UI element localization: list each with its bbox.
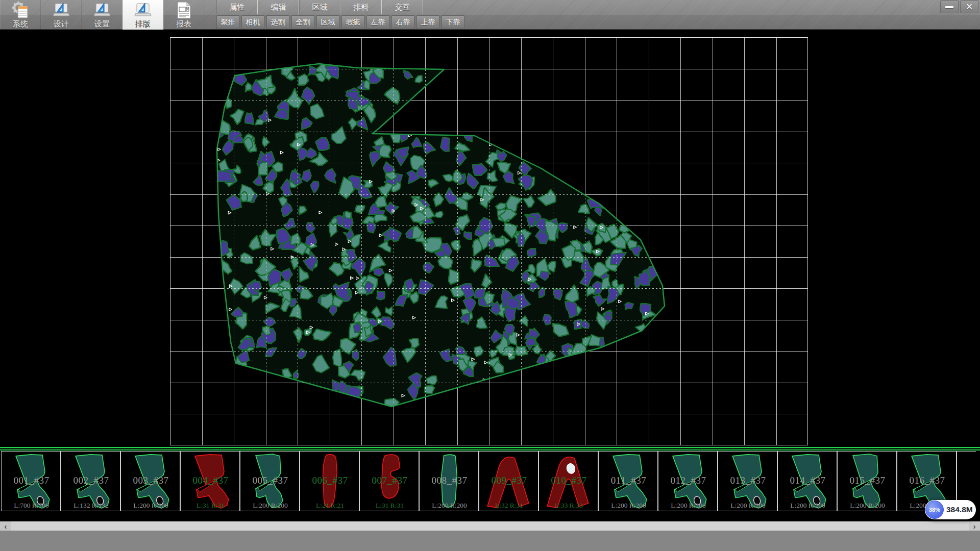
- settings-ruler-icon: [93, 1, 111, 19]
- nesting-canvas[interactable]: [170, 37, 808, 445]
- status-bar: [0, 531, 980, 551]
- menu-interaction[interactable]: 交互: [382, 0, 423, 14]
- system-gear-icon: [11, 1, 30, 19]
- tool-cut-all[interactable]: 全割: [291, 15, 314, 29]
- piece-lr-count: L:200 R:200: [420, 502, 479, 510]
- piece-lr-count: L:200 R:200: [658, 502, 718, 510]
- top-toolbar: 系统 设计 设置: [0, 0, 980, 30]
- tool-align-top[interactable]: 上靠: [416, 15, 439, 29]
- piece-name: 002_#37: [61, 475, 120, 486]
- minimize-icon: [945, 6, 953, 8]
- piece-name: 007_#37: [360, 475, 419, 486]
- thumbnail-cell[interactable]: 007_#37L:31 R:31: [359, 451, 419, 511]
- piece-name: 004_#37: [181, 475, 240, 486]
- thumbnail-cell[interactable]: 005_#37L:200 R:200: [240, 451, 300, 511]
- thumbnail-cell[interactable]: 015_#37L:200 R:200: [837, 451, 897, 511]
- piece-name: 014_#37: [778, 475, 837, 486]
- nesting-ruler-icon: [134, 1, 152, 19]
- piece-lr-count: L:200 R:200: [240, 502, 300, 510]
- tool-camera[interactable]: 相机: [241, 15, 264, 29]
- progress-circle: 38%: [925, 500, 944, 519]
- menu-edit[interactable]: 编辑: [258, 0, 299, 14]
- piece-lr-count: L:21 R:21: [300, 502, 359, 510]
- menu-bar: 属性 编辑 区域 排料 交互: [216, 0, 423, 14]
- piece-lr-count: L:200 R:200: [121, 502, 180, 510]
- piece-name: 008_#37: [420, 475, 479, 486]
- piece-lr-count: L:200 R:200: [778, 502, 837, 510]
- report-document-icon: [175, 1, 193, 19]
- tool-cluster-nest[interactable]: 聚排: [216, 15, 239, 29]
- piece-name: 0: [957, 475, 976, 486]
- piece-name: 016_#37: [897, 475, 957, 486]
- thumbnail-cell[interactable]: 009_#37L:32 R:31: [479, 451, 538, 511]
- module-label: 系统: [13, 19, 28, 29]
- tool-align-left[interactable]: 左靠: [366, 15, 389, 29]
- module-label: 设计: [54, 19, 69, 29]
- piece-name: 006_#37: [300, 475, 359, 486]
- minimize-button[interactable]: [940, 1, 959, 13]
- thumbnail-cell[interactable]: 004_#37L:31 R:31: [180, 451, 240, 511]
- piece-name: 005_#37: [240, 475, 300, 486]
- tool-select-cut[interactable]: 选割: [266, 15, 289, 29]
- piece-name: 009_#37: [479, 475, 538, 486]
- module-tab-settings[interactable]: 设置: [82, 0, 122, 30]
- piece-name: 001_#37: [2, 475, 61, 486]
- thumbnail-cell[interactable]: 006_#37L:21 R:21: [300, 451, 359, 511]
- module-tabs: 系统 设计 设置: [0, 0, 204, 30]
- piece-lr-count: L:31 R:31: [360, 502, 419, 510]
- tool-bar: 聚排 相机 选割 全割 区域 瑕疵 左靠 右靠 上靠 下靠: [216, 15, 464, 29]
- piece-lr-count: L:33 R:33: [539, 502, 598, 510]
- module-tab-design[interactable]: 设计: [41, 0, 82, 30]
- thumbnail-cell[interactable]: 014_#37L:200 R:200: [777, 451, 837, 511]
- piece-lr-count: L:700 R:700: [2, 502, 61, 510]
- tool-align-bottom[interactable]: 下靠: [442, 15, 464, 29]
- menu-nesting[interactable]: 排料: [340, 0, 382, 14]
- menu-region[interactable]: 区域: [299, 0, 340, 14]
- thumbnail-cell[interactable]: 008_#37L:200 R:200: [419, 451, 479, 511]
- thumbnail-cell[interactable]: 011_#37L:200 R:200: [598, 451, 658, 511]
- memory-usage-badge: 38% 384.8M: [925, 500, 976, 519]
- piece-name: 015_#37: [838, 475, 897, 486]
- module-label: 排版: [135, 19, 151, 29]
- close-icon: ✕: [966, 3, 973, 11]
- piece-lr-count: L:31 R:31: [181, 502, 240, 510]
- thumbnail-cell[interactable]: 002_#37L:132 R:132: [61, 451, 120, 511]
- design-ruler-icon: [52, 1, 70, 19]
- piece-name: 013_#37: [718, 475, 777, 486]
- horizontal-scrollbar[interactable]: ‹ ›: [0, 521, 980, 531]
- piece-thumbnail-panel: 001_#37L:700 R:700002_#37L:132 R:132003_…: [0, 450, 980, 521]
- memory-value: 384.8M: [946, 500, 973, 519]
- window-controls: ✕: [940, 1, 978, 13]
- thumbnail-cell[interactable]: 001_#37L:700 R:700: [1, 451, 61, 511]
- piece-thumbnail-row: 001_#37L:700 R:700002_#37L:132 R:132003_…: [1, 451, 976, 511]
- piece-lr-count: L:132 R:132: [61, 502, 120, 510]
- piece-name: 003_#37: [121, 475, 180, 486]
- module-tab-system[interactable]: 系统: [0, 0, 41, 30]
- module-tab-nesting[interactable]: 排版: [122, 0, 163, 30]
- piece-lr-count: L:200 R:200: [718, 502, 777, 510]
- piece-name: 010_#37: [539, 475, 598, 486]
- piece-name: 011_#37: [599, 475, 658, 486]
- menu-properties[interactable]: 属性: [216, 0, 258, 14]
- module-label: 设置: [94, 19, 110, 29]
- tool-align-right[interactable]: 右靠: [391, 15, 414, 29]
- module-label: 报表: [176, 19, 191, 29]
- scroll-left-arrow[interactable]: ‹: [0, 521, 11, 531]
- close-button[interactable]: ✕: [960, 1, 978, 13]
- thumbnail-cell[interactable]: 003_#37L:200 R:200: [120, 451, 180, 511]
- thumbnail-cell[interactable]: 013_#37L:200 R:200: [718, 451, 777, 511]
- module-tab-report[interactable]: 报表: [163, 0, 204, 30]
- tool-defect[interactable]: 瑕疵: [341, 15, 364, 29]
- thumbnail-cell[interactable]: 010_#37L:33 R:33: [538, 451, 598, 511]
- piece-lr-count: L:200 R:200: [599, 502, 658, 510]
- thumbnail-cell[interactable]: 012_#37L:200 R:200: [658, 451, 718, 511]
- piece-lr-count: L:200 R:200: [838, 502, 897, 510]
- nesting-workspace: [0, 30, 980, 447]
- tool-region[interactable]: 区域: [316, 15, 339, 29]
- piece-name: 012_#37: [658, 475, 718, 486]
- piece-lr-count: L:32 R:31: [479, 502, 538, 510]
- scroll-right-arrow[interactable]: ›: [969, 521, 980, 531]
- panel-divider: [0, 447, 980, 450]
